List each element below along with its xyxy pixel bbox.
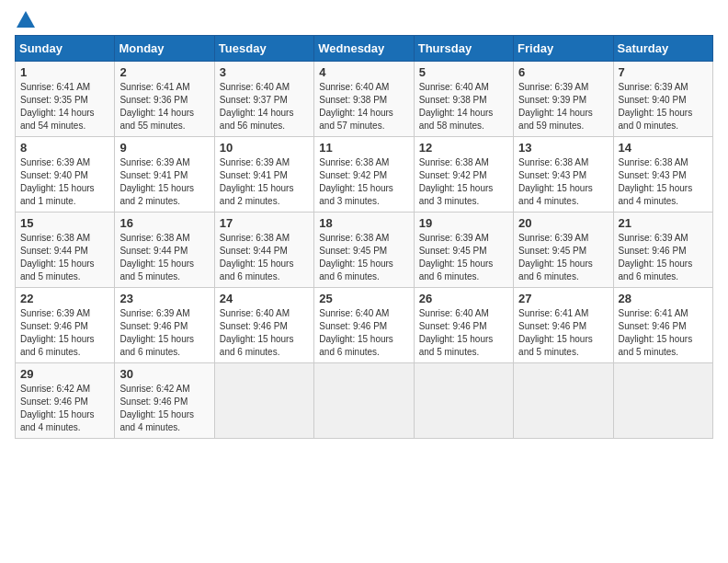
day-info: Sunrise: 6:38 AM Sunset: 9:44 PM Dayligh…	[20, 232, 109, 283]
calendar-week-row: 15Sunrise: 6:38 AM Sunset: 9:44 PM Dayli…	[16, 213, 713, 288]
day-number: 6	[518, 65, 608, 79]
day-info: Sunrise: 6:38 AM Sunset: 9:43 PM Dayligh…	[518, 156, 608, 208]
day-number: 10	[220, 141, 309, 155]
day-number: 28	[619, 292, 708, 305]
day-info: Sunrise: 6:40 AM Sunset: 9:37 PM Dayligh…	[220, 81, 309, 132]
day-info: Sunrise: 6:39 AM Sunset: 9:41 PM Dayligh…	[119, 156, 209, 208]
day-info: Sunrise: 6:39 AM Sunset: 9:46 PM Dayligh…	[119, 307, 209, 359]
day-info: Sunrise: 6:39 AM Sunset: 9:45 PM Dayligh…	[518, 232, 608, 283]
day-info: Sunrise: 6:42 AM Sunset: 9:46 PM Dayligh…	[119, 383, 209, 434]
day-number: 2	[119, 65, 209, 79]
day-number: 7	[619, 65, 708, 79]
day-number: 23	[119, 292, 209, 305]
day-info: Sunrise: 6:38 AM Sunset: 9:43 PM Dayligh…	[619, 156, 708, 208]
calendar-week-row: 29Sunrise: 6:42 AM Sunset: 9:46 PM Dayli…	[16, 363, 713, 439]
calendar-cell: 4Sunrise: 6:40 AM Sunset: 9:38 PM Daylig…	[314, 62, 414, 137]
weekday-header-sunday: Sunday	[16, 36, 115, 62]
calendar-cell: 30Sunrise: 6:42 AM Sunset: 9:46 PM Dayli…	[115, 363, 214, 439]
day-info: Sunrise: 6:38 AM Sunset: 9:44 PM Dayligh…	[119, 232, 209, 283]
calendar-cell: 25Sunrise: 6:40 AM Sunset: 9:46 PM Dayli…	[314, 288, 414, 363]
calendar-cell: 2Sunrise: 6:41 AM Sunset: 9:36 PM Daylig…	[115, 62, 214, 137]
day-info: Sunrise: 6:39 AM Sunset: 9:45 PM Dayligh…	[419, 232, 508, 283]
calendar-cell: 17Sunrise: 6:38 AM Sunset: 9:44 PM Dayli…	[214, 213, 313, 288]
day-info: Sunrise: 6:41 AM Sunset: 9:46 PM Dayligh…	[619, 307, 708, 359]
day-info: Sunrise: 6:40 AM Sunset: 9:38 PM Dayligh…	[319, 81, 408, 132]
day-info: Sunrise: 6:39 AM Sunset: 9:40 PM Dayligh…	[20, 156, 109, 208]
day-number: 21	[619, 216, 708, 230]
page-header	[15, 15, 713, 28]
calendar-cell: 7Sunrise: 6:39 AM Sunset: 9:40 PM Daylig…	[613, 62, 712, 137]
day-info: Sunrise: 6:38 AM Sunset: 9:45 PM Dayligh…	[319, 232, 408, 283]
day-number: 25	[319, 292, 408, 305]
day-number: 29	[20, 367, 109, 381]
day-number: 5	[419, 65, 508, 79]
day-number: 4	[319, 65, 408, 79]
day-number: 9	[119, 141, 209, 155]
day-number: 20	[518, 216, 608, 230]
day-number: 1	[20, 65, 109, 79]
calendar-cell: 24Sunrise: 6:40 AM Sunset: 9:46 PM Dayli…	[214, 288, 313, 363]
day-number: 30	[119, 367, 209, 381]
day-info: Sunrise: 6:41 AM Sunset: 9:35 PM Dayligh…	[20, 81, 109, 132]
logo-triangle-icon	[17, 11, 35, 28]
calendar-cell: 29Sunrise: 6:42 AM Sunset: 9:46 PM Dayli…	[16, 363, 115, 439]
calendar-cell: 20Sunrise: 6:39 AM Sunset: 9:45 PM Dayli…	[514, 213, 613, 288]
calendar-cell	[613, 363, 712, 439]
day-info: Sunrise: 6:41 AM Sunset: 9:36 PM Dayligh…	[119, 81, 209, 132]
logo	[15, 15, 35, 28]
day-info: Sunrise: 6:40 AM Sunset: 9:46 PM Dayligh…	[319, 307, 408, 359]
day-number: 24	[220, 292, 309, 305]
calendar-cell: 22Sunrise: 6:39 AM Sunset: 9:46 PM Dayli…	[16, 288, 115, 363]
calendar-cell: 15Sunrise: 6:38 AM Sunset: 9:44 PM Dayli…	[16, 213, 115, 288]
day-number: 18	[319, 216, 408, 230]
day-info: Sunrise: 6:39 AM Sunset: 9:41 PM Dayligh…	[220, 156, 309, 208]
day-info: Sunrise: 6:38 AM Sunset: 9:44 PM Dayligh…	[220, 232, 309, 283]
day-number: 19	[419, 216, 508, 230]
calendar-cell	[314, 363, 414, 439]
calendar-cell: 27Sunrise: 6:41 AM Sunset: 9:46 PM Dayli…	[514, 288, 613, 363]
calendar-cell: 11Sunrise: 6:38 AM Sunset: 9:42 PM Dayli…	[314, 137, 414, 213]
day-info: Sunrise: 6:41 AM Sunset: 9:46 PM Dayligh…	[518, 307, 608, 359]
calendar-cell: 1Sunrise: 6:41 AM Sunset: 9:35 PM Daylig…	[16, 62, 115, 137]
calendar-cell: 26Sunrise: 6:40 AM Sunset: 9:46 PM Dayli…	[414, 288, 513, 363]
calendar-cell	[414, 363, 513, 439]
calendar-cell: 23Sunrise: 6:39 AM Sunset: 9:46 PM Dayli…	[115, 288, 214, 363]
calendar-cell: 5Sunrise: 6:40 AM Sunset: 9:38 PM Daylig…	[414, 62, 513, 137]
day-number: 22	[20, 292, 109, 305]
calendar-week-row: 22Sunrise: 6:39 AM Sunset: 9:46 PM Dayli…	[16, 288, 713, 363]
day-info: Sunrise: 6:40 AM Sunset: 9:46 PM Dayligh…	[220, 307, 309, 359]
day-number: 15	[20, 216, 109, 230]
day-number: 14	[619, 141, 708, 155]
day-info: Sunrise: 6:39 AM Sunset: 9:46 PM Dayligh…	[20, 307, 109, 359]
calendar-cell: 9Sunrise: 6:39 AM Sunset: 9:41 PM Daylig…	[115, 137, 214, 213]
calendar-table: SundayMondayTuesdayWednesdayThursdayFrid…	[15, 35, 713, 439]
calendar-week-row: 1Sunrise: 6:41 AM Sunset: 9:35 PM Daylig…	[16, 62, 713, 137]
calendar-header-row: SundayMondayTuesdayWednesdayThursdayFrid…	[16, 36, 713, 62]
day-number: 13	[518, 141, 608, 155]
weekday-header-tuesday: Tuesday	[214, 36, 313, 62]
calendar-cell: 14Sunrise: 6:38 AM Sunset: 9:43 PM Dayli…	[613, 137, 712, 213]
weekday-header-thursday: Thursday	[414, 36, 513, 62]
day-info: Sunrise: 6:40 AM Sunset: 9:38 PM Dayligh…	[419, 81, 508, 132]
weekday-header-friday: Friday	[514, 36, 613, 62]
calendar-cell: 19Sunrise: 6:39 AM Sunset: 9:45 PM Dayli…	[414, 213, 513, 288]
calendar-cell: 16Sunrise: 6:38 AM Sunset: 9:44 PM Dayli…	[115, 213, 214, 288]
calendar-cell: 21Sunrise: 6:39 AM Sunset: 9:46 PM Dayli…	[613, 213, 712, 288]
day-number: 3	[220, 65, 309, 79]
day-info: Sunrise: 6:38 AM Sunset: 9:42 PM Dayligh…	[419, 156, 508, 208]
day-number: 16	[119, 216, 209, 230]
day-number: 17	[220, 216, 309, 230]
calendar-cell: 28Sunrise: 6:41 AM Sunset: 9:46 PM Dayli…	[613, 288, 712, 363]
calendar-cell: 13Sunrise: 6:38 AM Sunset: 9:43 PM Dayli…	[514, 137, 613, 213]
calendar-cell	[514, 363, 613, 439]
day-number: 12	[419, 141, 508, 155]
calendar-cell: 10Sunrise: 6:39 AM Sunset: 9:41 PM Dayli…	[214, 137, 313, 213]
day-info: Sunrise: 6:39 AM Sunset: 9:40 PM Dayligh…	[619, 81, 708, 132]
day-info: Sunrise: 6:38 AM Sunset: 9:42 PM Dayligh…	[319, 156, 408, 208]
weekday-header-monday: Monday	[115, 36, 214, 62]
day-info: Sunrise: 6:39 AM Sunset: 9:46 PM Dayligh…	[619, 232, 708, 283]
calendar-cell: 12Sunrise: 6:38 AM Sunset: 9:42 PM Dayli…	[414, 137, 513, 213]
calendar-cell: 18Sunrise: 6:38 AM Sunset: 9:45 PM Dayli…	[314, 213, 414, 288]
day-info: Sunrise: 6:39 AM Sunset: 9:39 PM Dayligh…	[518, 81, 608, 132]
calendar-cell	[214, 363, 313, 439]
